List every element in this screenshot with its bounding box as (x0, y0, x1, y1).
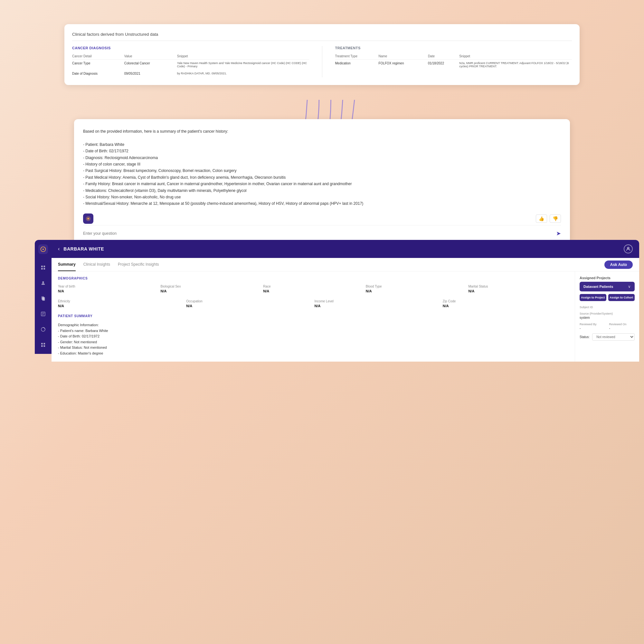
svg-rect-17 (43, 345, 45, 347)
cancer-diagnosis-header: CANCER DIAGNOSIS (72, 46, 309, 50)
ethnicity-value: N/A (58, 304, 184, 308)
ai-feedback-row: 👍 👎 (536, 214, 561, 223)
sidebar-item-dashboard[interactable] (39, 340, 48, 349)
svg-rect-2 (41, 266, 43, 267)
treatment-snippet-cell: N2a, MMR proficent CURRENT TREATMENT: Ad… (459, 60, 572, 70)
zip-code-value: N/A (443, 304, 568, 308)
subject-id-row: Subject ID (580, 306, 635, 309)
zip-code-label: Zip Code (443, 299, 568, 303)
cancer-detail-cell: Cancer Type (72, 60, 124, 70)
sidebar-item-notes[interactable] (39, 309, 48, 318)
send-button[interactable]: ➤ (556, 230, 561, 237)
treatments-header: TREATMENTS (335, 46, 572, 50)
tab-summary[interactable]: Summary (58, 258, 76, 271)
treatment-type-cell: Medication (335, 60, 379, 70)
treatment-name-cell: FOLFOX regimen (379, 60, 428, 70)
ai-point-9: - Social History: Non-smoker, Non-alcoho… (83, 195, 181, 199)
col-cancer-detail: Cancer Detail (72, 53, 124, 60)
cancer-snippet-cell: by RADHIKA DATAR, MD. 09/05/2021. (177, 70, 309, 77)
patient-summary-text: Demographic Information: - Patient's nam… (58, 322, 568, 356)
thumbs-down-button[interactable]: 👎 (550, 214, 561, 223)
ai-intro: Based on the provided information, here … (83, 129, 228, 134)
ethnicity-label: Ethnicity (58, 299, 184, 303)
race-value: N/A (263, 289, 363, 293)
sidebar-item-records[interactable] (39, 294, 48, 303)
ai-footer: 👍 👎 (83, 213, 561, 224)
marital-status-label: Marital Status (468, 285, 568, 288)
cancer-diagnosis-table: Cancer Detail Value Snippet Cancer Type … (72, 53, 309, 77)
tab-clinical-insights[interactable]: Clinical Insights (83, 258, 110, 271)
status-select[interactable]: Not reviewed In progress Reviewed Archiv… (592, 333, 635, 341)
patient-summary-section: PATIENT SUMMARY Demographic Information:… (58, 314, 568, 356)
blood-type-label: Blood Type (366, 285, 466, 288)
reviewed-on-value: - (609, 327, 635, 330)
ask-auto-button[interactable]: Ask Auto (604, 260, 633, 269)
svg-rect-3 (43, 266, 45, 267)
sidebar-item-patients[interactable] (39, 279, 48, 288)
race-label: Race (263, 285, 363, 288)
status-label: Status: (580, 335, 590, 339)
back-button[interactable]: ‹ (58, 246, 60, 252)
clinical-factors-card: Clinical factors derived from Unstructur… (64, 24, 580, 85)
sidebar-logo (38, 244, 48, 254)
year-of-birth-value: N/A (58, 289, 158, 293)
demo-blood-type: Blood Type N/A (366, 285, 466, 293)
demographics-grid-row1: Year of birth N/A Biological Sex N/A Rac… (58, 285, 568, 293)
right-panel: Assigned Projects Datavant Patients ∨ As… (575, 271, 639, 362)
reviewed-by-col: Reviewed By - (580, 323, 605, 330)
ai-point-1: - Patient: Barbara White (83, 142, 124, 147)
ai-summary-card: Based on the provided information, here … (74, 119, 570, 246)
svg-rect-8 (42, 297, 45, 301)
sidebar-item-analytics[interactable] (39, 325, 48, 334)
cancer-detail-cell: Date of Diagnosis (72, 70, 124, 77)
ai-point-6: - Past Medical History: Anemia, Cyst of … (83, 175, 286, 180)
sidebar-item-grid[interactable] (39, 263, 48, 272)
demo-income-level: Income Level N/A (315, 299, 440, 308)
svg-rect-16 (41, 345, 43, 347)
demographics-grid-row2: Ethnicity N/A Occupation N/A Income Leve… (58, 299, 568, 308)
user-avatar-icon (624, 244, 633, 253)
chevron-down-icon: ∨ (628, 284, 631, 289)
svg-rect-15 (43, 343, 45, 345)
biological-sex-label: Biological Sex (161, 285, 261, 288)
cancer-value-cell: 09/05/2021 (124, 70, 177, 77)
subject-id-label: Subject ID (580, 306, 635, 309)
assigned-projects-header: Assigned Projects (580, 276, 635, 280)
project-name: Datavant Patients (583, 285, 613, 289)
income-level-label: Income Level (315, 299, 440, 303)
content-header: ‹ BARBARA WHITE (52, 240, 639, 258)
reviewed-row: Reviewed By - Reviewed On - (580, 323, 635, 330)
source-value: system (580, 316, 635, 319)
table-row: Date of Diagnosis 09/05/2021 by RADHIKA … (72, 70, 309, 77)
left-content: DEMOGRAPHICS Year of birth N/A Biologica… (52, 271, 575, 362)
demo-zip-code: Zip Code N/A (443, 299, 568, 308)
demo-occupation: Occupation N/A (186, 299, 312, 308)
status-row: Status: Not reviewed In progress Reviewe… (580, 333, 635, 341)
ai-point-8: - Medications: Cholecalciferol (vitamin … (83, 188, 247, 193)
year-of-birth-label: Year of birth (58, 285, 158, 288)
reviewed-on-label: Reviewed On (609, 323, 635, 326)
ai-summary-text: Based on the provided information, here … (83, 128, 561, 207)
thumbs-up-button[interactable]: 👍 (536, 214, 547, 223)
assigned-project-bar[interactable]: Datavant Patients ∨ (580, 282, 635, 291)
content-area: ‹ BARBARA WHITE Summary Clinical Insight… (52, 240, 639, 362)
col-snippet: Snippet (177, 53, 309, 60)
demographics-title: DEMOGRAPHICS (58, 277, 568, 280)
ai-point-5: - Past Surgical History: Breast lumpecto… (83, 168, 236, 173)
table-row: Cancer Type Colorectal Cancer Yale New H… (72, 60, 309, 70)
ai-point-10: - Menstrual/Sexual History: Menarche at … (83, 201, 363, 206)
demo-marital-status: Marital Status N/A (468, 285, 568, 293)
assign-to-cohort-button[interactable]: Assign to Cohort (608, 294, 635, 301)
reviewed-by-value: - (580, 327, 605, 330)
occupation-label: Occupation (186, 299, 312, 303)
assign-to-project-button[interactable]: Assign to Project (580, 294, 606, 301)
demo-biological-sex: Biological Sex N/A (161, 285, 261, 293)
svg-rect-4 (41, 268, 43, 270)
col-treatment-type: Treatment Type (335, 53, 379, 60)
tab-project-insights[interactable]: Project Specific Insights (118, 258, 159, 271)
svg-rect-5 (43, 268, 45, 270)
patient-name-header: BARBARA WHITE (63, 246, 104, 251)
question-input[interactable] (83, 231, 556, 236)
sidebar (35, 240, 52, 354)
treatment-date-cell: 01/18/2022 (428, 60, 459, 70)
